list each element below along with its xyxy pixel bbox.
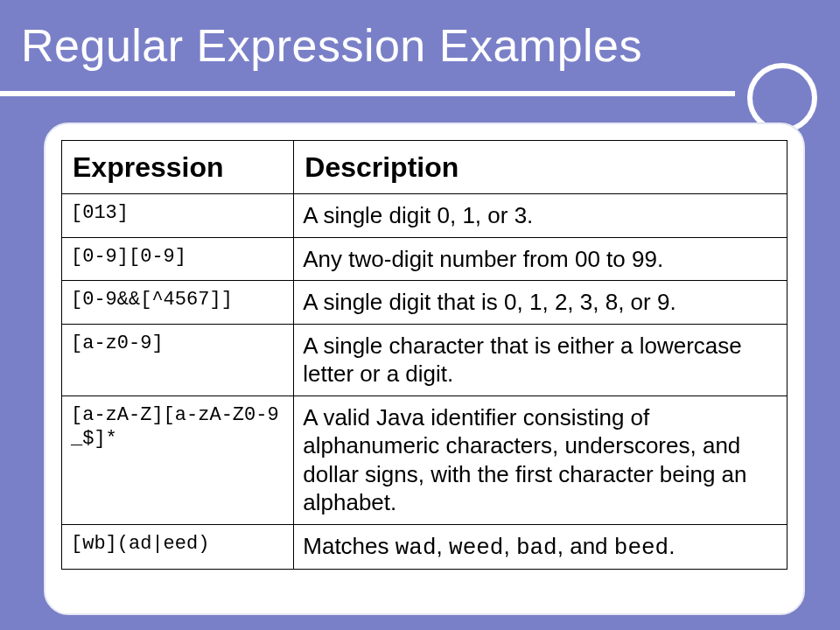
header-expression: Expression [62, 141, 294, 194]
desc-text: , and [557, 533, 614, 559]
cell-expression: [wb](ad|eed) [62, 524, 294, 570]
desc-text: . [668, 533, 675, 559]
header-description: Description [294, 141, 788, 194]
cell-expression: [0-9][0-9] [62, 237, 294, 281]
desc-text: , [503, 533, 515, 559]
desc-mono: wad [396, 535, 437, 561]
table-row: [wb](ad|eed) Matches wad, weed, bad, and… [62, 524, 788, 570]
slide: Regular Expression Examples Expression D… [0, 0, 840, 630]
desc-text: Matches [303, 533, 396, 559]
desc-mono: beed [614, 535, 668, 561]
cell-expression: [0-9&&[^4567]] [62, 281, 294, 325]
table-row: [a-zA-Z][a-zA-Z0-9_$]* A valid Java iden… [62, 396, 788, 524]
table-row: [013] A single digit 0, 1, or 3. [62, 194, 788, 238]
table-row: [a-z0-9] A single character that is eith… [62, 324, 788, 396]
desc-mono: bad [516, 535, 557, 561]
cell-description: A valid Java identifier consisting of al… [294, 396, 788, 524]
cell-expression: [a-zA-Z][a-zA-Z0-9_$]* [62, 396, 294, 524]
decor-line [0, 91, 735, 96]
content-card: Expression Description [013] A single di… [44, 122, 805, 615]
table-header-row: Expression Description [62, 141, 788, 194]
slide-title: Regular Expression Examples [21, 19, 642, 72]
cell-description: A single digit 0, 1, or 3. [294, 194, 788, 238]
table-row: [0-9][0-9] Any two-digit number from 00 … [62, 237, 788, 281]
desc-mono: weed [449, 535, 503, 561]
desc-text: , [437, 533, 449, 559]
cell-expression: [013] [62, 194, 294, 238]
cell-description: A single digit that is 0, 1, 2, 3, 8, or… [294, 281, 788, 325]
cell-expression: [a-z0-9] [62, 324, 294, 396]
table-row: [0-9&&[^4567]] A single digit that is 0,… [62, 281, 788, 325]
cell-description: Matches wad, weed, bad, and beed. [294, 524, 788, 570]
regex-table: Expression Description [013] A single di… [61, 140, 788, 570]
cell-description: A single character that is either a lowe… [294, 324, 788, 396]
cell-description: Any two-digit number from 00 to 99. [294, 237, 788, 281]
